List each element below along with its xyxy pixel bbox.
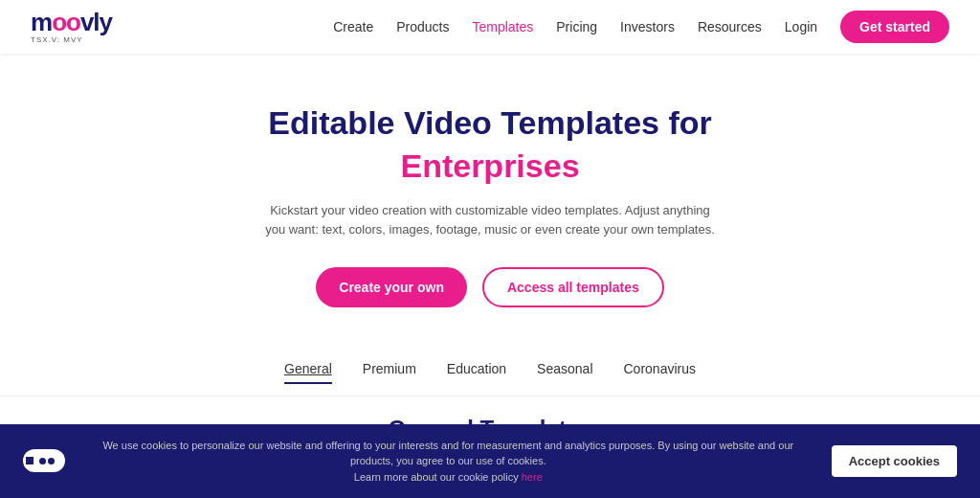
hero-title: Editable Video Templates for Enterprises — [19, 103, 961, 186]
tab-general[interactable]: General — [284, 361, 332, 384]
access-templates-button[interactable]: Access all templates — [482, 267, 664, 307]
create-own-button[interactable]: Create your own — [316, 267, 467, 307]
hero-buttons: Create your own Access all templates — [19, 267, 961, 307]
nav-investors[interactable]: Investors — [620, 19, 675, 34]
nav-products[interactable]: Products — [396, 19, 449, 34]
logo-ticker: TSX.V: MVY — [31, 35, 83, 44]
tab-coronavirus[interactable]: Coronavirus — [624, 361, 696, 384]
hero-title-accent: Enterprises — [19, 147, 961, 186]
cookie-dot-left — [26, 457, 33, 464]
template-tabs: General Premium Education Seasonal Coron… — [0, 361, 980, 396]
get-started-button[interactable]: Get started — [840, 11, 949, 43]
cookie-policy-link[interactable]: here — [522, 471, 543, 483]
nav-create[interactable]: Create — [333, 19, 373, 34]
logo[interactable]: moovly TSX.V: MVY — [31, 10, 112, 44]
accept-cookies-button[interactable]: Accept cookies — [832, 445, 957, 477]
cookie-banner: We use cookies to personalize our websit… — [0, 424, 980, 499]
cookie-dots-right — [39, 458, 55, 464]
login-link[interactable]: Login — [785, 19, 817, 34]
hero-section: Editable Video Templates for Enterprises… — [0, 54, 980, 334]
main-nav: Create Products Templates Pricing Invest… — [333, 11, 949, 43]
tab-education[interactable]: Education — [447, 361, 506, 384]
tab-premium[interactable]: Premium — [363, 361, 416, 384]
cookie-icon — [23, 449, 65, 472]
logo-wordmark: moovly — [31, 10, 112, 34]
nav-pricing[interactable]: Pricing — [556, 19, 597, 34]
nav-resources[interactable]: Resources — [698, 19, 762, 34]
tab-seasonal[interactable]: Seasonal — [537, 361, 592, 384]
header: moovly TSX.V: MVY Create Products Templa… — [0, 0, 980, 54]
nav-templates[interactable]: Templates — [472, 19, 533, 34]
hero-subtitle: Kickstart your video creation with custo… — [260, 201, 720, 241]
cookie-text: We use cookies to personalize our websit… — [84, 438, 813, 486]
